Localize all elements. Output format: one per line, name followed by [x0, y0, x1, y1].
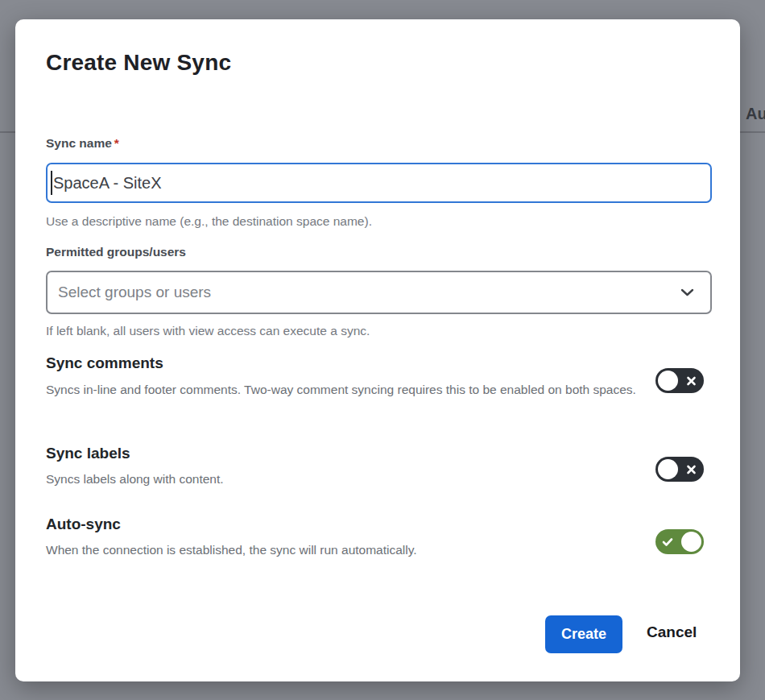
cross-icon — [686, 375, 697, 386]
select-placeholder: Select groups or users — [58, 284, 211, 301]
sync-name-label-text: Sync name — [46, 136, 112, 150]
toggle-knob — [658, 459, 678, 479]
chevron-down-icon — [680, 288, 694, 297]
background-page-clipped-text: Au — [746, 105, 765, 123]
permitted-groups-label: Permitted groups/users — [46, 245, 186, 259]
check-icon — [662, 537, 673, 547]
sync-labels-title: Sync labels — [46, 445, 130, 462]
permitted-groups-select[interactable]: Select groups or users — [46, 271, 712, 314]
sync-name-input[interactable] — [46, 163, 712, 203]
toggle-knob — [658, 371, 678, 391]
dialog-title: Create New Sync — [46, 50, 231, 76]
auto-sync-toggle[interactable] — [655, 529, 704, 554]
toggle-knob — [681, 532, 701, 552]
sync-comments-toggle[interactable] — [655, 368, 704, 393]
sync-name-label: Sync name* — [46, 136, 119, 151]
sync-labels-toggle[interactable] — [655, 457, 704, 482]
sync-comments-title: Sync comments — [46, 354, 163, 372]
permitted-groups-helper: If left blank, all users with view acces… — [46, 324, 370, 338]
auto-sync-title: Auto-sync — [46, 516, 121, 533]
cross-icon — [686, 464, 697, 474]
sync-labels-description: Syncs labels along with content. — [46, 469, 224, 489]
sync-name-helper: Use a descriptive name (e.g., the destin… — [46, 214, 372, 229]
sync-comments-description: Syncs in-line and footer comments. Two-w… — [46, 379, 636, 400]
required-asterisk: * — [114, 136, 119, 150]
text-cursor — [51, 171, 52, 195]
create-sync-dialog: Create New Sync Sync name* Use a descrip… — [15, 19, 740, 681]
cancel-button[interactable]: Cancel — [640, 621, 703, 644]
auto-sync-description: When the connection is established, the … — [46, 540, 417, 560]
create-button[interactable]: Create — [545, 615, 622, 653]
